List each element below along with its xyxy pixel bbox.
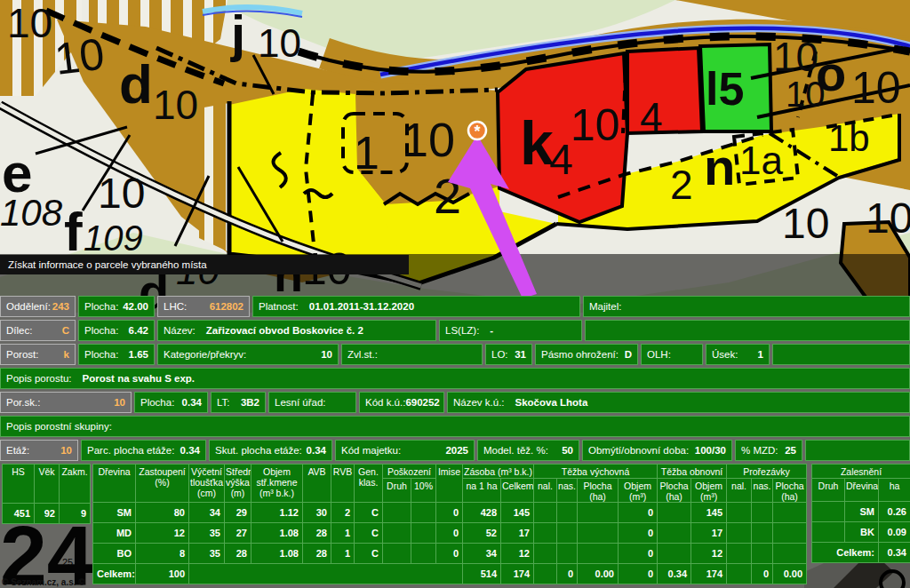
field-pasmo: Pásmo ohrožení:D bbox=[535, 344, 638, 365]
cell: 80 bbox=[136, 503, 189, 523]
col-header: Dřevina bbox=[93, 465, 136, 503]
cell: 0 bbox=[619, 544, 658, 564]
field-value: 0.34 bbox=[307, 445, 326, 456]
cell bbox=[383, 544, 411, 564]
col-header: Objem stř.kmene (m³ b.k.) bbox=[251, 465, 303, 503]
col-group-header: Těžba výchovná bbox=[534, 465, 658, 479]
cell: 35 bbox=[189, 523, 225, 544]
table-total-row: Celkem:0.34 bbox=[812, 543, 910, 563]
species-table-left: HSVěkZakm. 451929 bbox=[2, 464, 91, 524]
cell: 27 bbox=[225, 523, 251, 544]
field-kategorie: Kategorie/překryv:10 bbox=[157, 344, 339, 365]
field-value: k bbox=[64, 349, 69, 360]
field-porsk: Por.sk.:10 bbox=[0, 392, 132, 413]
cell: 0 bbox=[436, 544, 463, 564]
table-header-row: Zalesnění bbox=[812, 465, 910, 479]
field-label: Etáž: bbox=[6, 445, 29, 456]
info-bar-text: Získat informace o parcele vybraného mís… bbox=[8, 259, 207, 270]
map-label: 109 bbox=[84, 219, 143, 258]
col-header: Dřevina bbox=[845, 479, 879, 502]
cell: 0 bbox=[557, 564, 578, 584]
cell: 145 bbox=[501, 503, 534, 523]
cell bbox=[189, 564, 463, 584]
col-header: Plocha (ha) bbox=[578, 479, 619, 503]
cell: 0 bbox=[436, 503, 463, 523]
field-label: Kód k.ú.: bbox=[365, 397, 405, 408]
map-label: 10 bbox=[866, 195, 910, 242]
col-header: Objem (m³) bbox=[691, 479, 727, 503]
cell: SM bbox=[93, 503, 136, 523]
col-header: Střední výška (m) bbox=[225, 465, 251, 503]
table-row: BO835281.08281C03412012 bbox=[93, 544, 807, 564]
col-header: Druh bbox=[812, 479, 845, 502]
field-label: Obmýtí/obnovní doba: bbox=[588, 445, 689, 456]
table-row: BK0.09 bbox=[812, 522, 910, 543]
field-empty bbox=[805, 440, 910, 461]
field-label: Kategorie/překryv: bbox=[164, 349, 246, 360]
col-header: Imise bbox=[436, 465, 463, 503]
cell bbox=[411, 544, 436, 564]
app-screen: 10 10 d 10 j 10 10 o 10 10 e 108 f 109 1… bbox=[0, 0, 910, 588]
cell: 1.12 bbox=[251, 503, 303, 523]
cell bbox=[534, 544, 557, 564]
cell: C bbox=[355, 544, 383, 564]
cell bbox=[773, 544, 807, 564]
cell bbox=[578, 503, 619, 523]
cell bbox=[557, 503, 578, 523]
field-label: Kód majetku: bbox=[341, 445, 401, 456]
cell bbox=[773, 523, 807, 544]
field-lslz: LS(LZ):- bbox=[439, 320, 582, 341]
cell: 17 bbox=[501, 523, 534, 544]
map-label: 4 bbox=[549, 136, 573, 183]
field-value: C bbox=[62, 325, 69, 336]
field-label: Plocha: bbox=[84, 301, 118, 312]
col-header: Věk bbox=[35, 465, 60, 504]
parcel-striped-3[interactable] bbox=[199, 103, 229, 252]
cell: 9 bbox=[60, 504, 91, 524]
cell: 12 bbox=[501, 544, 534, 564]
field-value: 243 bbox=[52, 301, 69, 312]
field-label: % MZD: bbox=[741, 445, 778, 456]
cell bbox=[727, 544, 752, 564]
col-group-header: Těžba obnovní bbox=[658, 465, 727, 479]
map-label: 10 bbox=[773, 34, 818, 80]
col-header: na 1 ha bbox=[463, 479, 501, 503]
cell: 17 bbox=[691, 523, 727, 544]
field-value: 10 bbox=[60, 445, 72, 456]
map-label: 1 bbox=[354, 127, 379, 179]
field-plocha-dilec: Plocha:6.42 bbox=[78, 320, 155, 341]
species-table-zalesneni: Zalesnění DruhDřevinaha SM0.26 BK0.09 Ce… bbox=[811, 464, 910, 563]
field-dilec: Dílec:C bbox=[0, 320, 76, 341]
cell bbox=[727, 564, 752, 584]
field-label: Popis porostu: bbox=[6, 373, 72, 384]
col-header: Gen. klas. bbox=[355, 465, 383, 503]
cell: 0 bbox=[752, 564, 773, 584]
cell: 28 bbox=[303, 544, 331, 564]
cell bbox=[727, 503, 752, 523]
col-header: Plocha (ha) bbox=[773, 479, 807, 503]
map-label: 10 bbox=[98, 170, 145, 217]
map-label: j bbox=[230, 4, 245, 62]
cell: 2 bbox=[331, 503, 355, 523]
map-label: 10 bbox=[571, 100, 620, 150]
col-header: nal. bbox=[727, 479, 752, 503]
map-label: 10 bbox=[52, 29, 108, 84]
field-usek: Úsek:1 bbox=[706, 344, 770, 365]
field-label: Dílec: bbox=[6, 325, 32, 336]
col-header: Druh bbox=[383, 479, 411, 503]
table-subheader-row: DruhDřevinaha bbox=[812, 479, 910, 502]
info-bar: Získat informace o parcele vybraného mís… bbox=[0, 255, 409, 274]
col-group-header: Prořezávky bbox=[727, 465, 807, 479]
field-value: 1.65 bbox=[129, 349, 148, 360]
map-label: 10 bbox=[7, 0, 52, 46]
map-label: n bbox=[704, 138, 735, 195]
cell: 30 bbox=[303, 503, 331, 523]
field-value: 3B2 bbox=[241, 397, 259, 408]
cell: 174 bbox=[691, 564, 727, 584]
field-skut-plocha: Skut. plocha etáže:0.34 bbox=[209, 440, 332, 461]
col-header: Výčetní tloušťka (cm) bbox=[189, 465, 225, 503]
field-value: 10 bbox=[114, 397, 125, 408]
field-value: 42.00 bbox=[123, 301, 148, 312]
cell: 28 bbox=[225, 544, 251, 564]
parcel-red-4[interactable] bbox=[627, 48, 702, 133]
